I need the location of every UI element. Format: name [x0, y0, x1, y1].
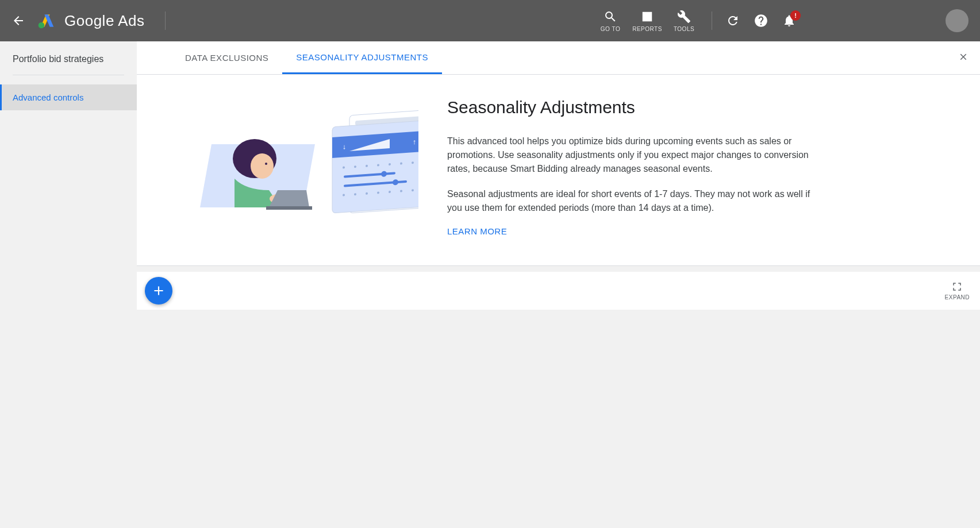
- tool-label: TOOLS: [674, 26, 694, 32]
- hero-section: ↓ ↑ Seasonality Adjustments Th: [137, 75, 980, 266]
- header-divider: [165, 11, 166, 30]
- sidebar-divider: [13, 75, 124, 75]
- expand-button[interactable]: EXPAND: [945, 282, 970, 300]
- hero-text: Seasonality Adjustments This advanced to…: [447, 98, 821, 237]
- svg-point-4: [265, 163, 267, 165]
- header-divider: [712, 11, 712, 30]
- sidebar-title: Portfolio bid strategies: [0, 54, 137, 75]
- tool-label: REPORTS: [632, 26, 662, 32]
- tab-label: SEASONALITY ADJUSTMENTS: [296, 52, 428, 62]
- svg-point-3: [251, 153, 274, 179]
- expand-icon: [952, 282, 962, 292]
- goto-tool[interactable]: GO TO: [592, 10, 629, 32]
- close-button[interactable]: [958, 52, 969, 65]
- svg-text:↑: ↑: [413, 138, 416, 146]
- tab-seasonality-adjustments[interactable]: SEASONALITY ADJUSTMENTS: [282, 41, 442, 74]
- logo-area: Google Ads: [37, 11, 144, 30]
- header-tools: GO TO REPORTS TOOLS !: [592, 9, 969, 32]
- sidebar: Portfolio bid strategies Advanced contro…: [0, 41, 137, 528]
- help-button[interactable]: [754, 13, 768, 28]
- reports-tool[interactable]: REPORTS: [629, 10, 666, 32]
- search-icon: [604, 10, 617, 24]
- tools-tool[interactable]: TOOLS: [666, 10, 702, 32]
- product-name: Google Ads: [64, 12, 144, 30]
- action-bar: EXPAND: [137, 272, 980, 310]
- refresh-button[interactable]: [726, 14, 740, 28]
- main-content: DATA EXCLUSIONS SEASONALITY ADJUSTMENTS: [137, 41, 980, 528]
- tab-label: DATA EXCLUSIONS: [185, 53, 268, 63]
- hero-title: Seasonality Adjustments: [447, 98, 821, 117]
- svg-rect-7: [266, 206, 312, 210]
- svg-point-0: [39, 22, 45, 29]
- google-ads-logo-icon: [37, 11, 55, 30]
- app-header: Google Ads GO TO REPORTS TOOLS: [0, 0, 980, 41]
- tab-data-exclusions[interactable]: DATA EXCLUSIONS: [171, 41, 282, 74]
- sidebar-item-advanced-controls[interactable]: Advanced controls: [0, 84, 137, 110]
- add-button[interactable]: [145, 277, 172, 305]
- svg-text:↓: ↓: [343, 142, 346, 151]
- tool-label: GO TO: [601, 26, 620, 32]
- learn-more-link[interactable]: LEARN MORE: [447, 226, 507, 236]
- account-avatar[interactable]: [946, 9, 969, 32]
- hero-illustration: ↓ ↑: [171, 98, 424, 237]
- hero-paragraph-2: Seasonal adjustments are ideal for short…: [447, 187, 821, 215]
- bar-chart-icon: [641, 10, 654, 24]
- expand-label: EXPAND: [945, 294, 970, 300]
- notifications-button[interactable]: !: [782, 14, 796, 28]
- back-button[interactable]: [11, 14, 25, 28]
- sidebar-item-label: Advanced controls: [13, 93, 83, 102]
- hero-paragraph-1: This advanced tool helps you optimize bi…: [447, 134, 821, 176]
- tab-bar: DATA EXCLUSIONS SEASONALITY ADJUSTMENTS: [137, 41, 980, 75]
- wrench-icon: [677, 10, 691, 24]
- notification-badge: !: [790, 10, 801, 21]
